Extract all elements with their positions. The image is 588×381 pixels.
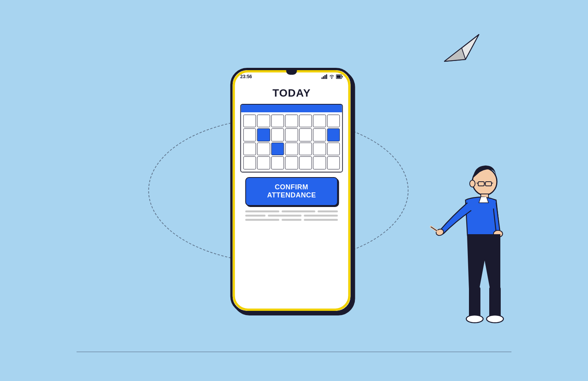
text-line bbox=[268, 215, 302, 217]
text-line bbox=[281, 219, 302, 221]
cal-cell-13 bbox=[313, 128, 326, 141]
cal-cell-11 bbox=[285, 128, 298, 141]
text-line-group-2 bbox=[245, 215, 338, 217]
cal-cell-12 bbox=[299, 128, 312, 141]
paper-plane-icon bbox=[443, 31, 481, 67]
svg-rect-21 bbox=[490, 287, 500, 318]
content-text-lines bbox=[245, 210, 338, 221]
calendar-grid bbox=[241, 112, 342, 172]
svg-rect-4 bbox=[323, 76, 324, 79]
cal-cell-16 bbox=[257, 143, 270, 155]
phone-screen: 23:56 bbox=[233, 70, 351, 311]
cal-cell-9 bbox=[257, 128, 270, 141]
cal-cell-14 bbox=[327, 128, 340, 141]
wifi-icon bbox=[329, 74, 335, 79]
phone-content: TODAY bbox=[233, 81, 351, 311]
text-line-group-1 bbox=[245, 210, 338, 212]
svg-rect-5 bbox=[325, 75, 326, 79]
phone-body: 23:56 bbox=[230, 68, 353, 313]
text-line bbox=[304, 215, 338, 217]
today-title: TODAY bbox=[273, 87, 311, 99]
cal-cell-7 bbox=[327, 115, 340, 127]
status-time: 23:56 bbox=[240, 74, 252, 79]
svg-rect-20 bbox=[469, 287, 480, 318]
cal-cell-28 bbox=[327, 156, 340, 169]
cal-cell-21 bbox=[327, 143, 340, 155]
phone-mockup: 23:56 bbox=[230, 68, 353, 313]
text-line bbox=[245, 215, 266, 217]
cal-cell-22 bbox=[243, 156, 256, 169]
svg-rect-9 bbox=[342, 76, 343, 77]
cal-cell-19 bbox=[299, 143, 312, 155]
svg-rect-3 bbox=[322, 77, 323, 79]
text-line bbox=[317, 210, 338, 212]
confirm-attendance-button[interactable]: CONFIRM ATTENDANCE bbox=[245, 177, 338, 206]
signal-icon bbox=[322, 74, 328, 79]
calendar-widget bbox=[240, 104, 343, 172]
svg-rect-6 bbox=[326, 74, 327, 79]
svg-point-16 bbox=[470, 180, 475, 187]
cal-cell-6 bbox=[313, 115, 326, 127]
status-icons bbox=[322, 74, 343, 79]
svg-rect-8 bbox=[336, 76, 341, 78]
cal-cell-8 bbox=[243, 128, 256, 141]
main-scene: 23:56 bbox=[0, 0, 588, 381]
text-line-group-3 bbox=[245, 219, 338, 221]
cal-cell-10 bbox=[271, 128, 284, 141]
text-line bbox=[304, 219, 338, 221]
cal-cell-2 bbox=[257, 115, 270, 127]
svg-marker-1 bbox=[444, 48, 466, 61]
svg-point-23 bbox=[487, 315, 503, 323]
cal-cell-27 bbox=[313, 156, 326, 169]
cal-cell-24 bbox=[271, 156, 284, 169]
text-line bbox=[245, 210, 279, 212]
cal-cell-4 bbox=[285, 115, 298, 127]
cal-cell-26 bbox=[299, 156, 312, 169]
cal-cell-1 bbox=[243, 115, 256, 127]
cal-cell-18 bbox=[285, 143, 298, 155]
cal-cell-25 bbox=[285, 156, 298, 169]
cal-cell-15 bbox=[243, 143, 256, 155]
person-character bbox=[429, 159, 513, 352]
text-line bbox=[281, 210, 315, 212]
calendar-header bbox=[241, 105, 342, 112]
cal-cell-3 bbox=[271, 115, 284, 127]
cal-cell-23 bbox=[257, 156, 270, 169]
cal-cell-17 bbox=[271, 143, 284, 155]
cal-cell-20 bbox=[313, 143, 326, 155]
cal-cell-5 bbox=[299, 115, 312, 127]
text-line bbox=[245, 219, 279, 221]
battery-icon bbox=[336, 74, 343, 79]
svg-point-22 bbox=[466, 315, 483, 323]
